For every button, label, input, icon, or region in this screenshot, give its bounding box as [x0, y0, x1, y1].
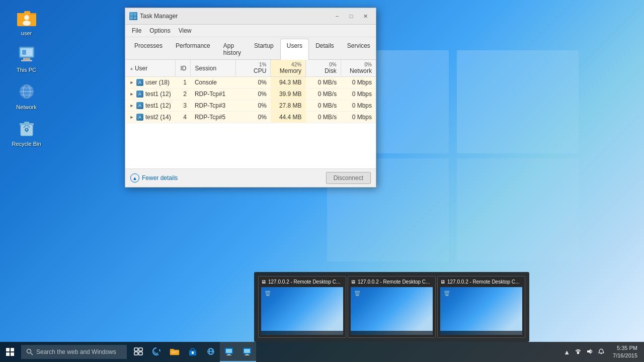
disk-cell: 0 MB/s: [306, 88, 341, 100]
titlebar: Task Manager − □ ✕: [125, 8, 376, 25]
net-percent: 0%: [345, 62, 372, 67]
task-manager-window: Task Manager − □ ✕ File Options View Pro…: [125, 8, 376, 188]
user-cell: ► A test1 (12): [125, 88, 176, 100]
menu-view[interactable]: View: [175, 26, 196, 36]
taskbar-explorer[interactable]: [166, 342, 184, 362]
cpu-percent: 1%: [240, 62, 266, 67]
svg-point-4: [24, 15, 29, 20]
table-row[interactable]: ► A user (18) 1 Console 0% 94.3 MB 0 MB/…: [125, 77, 376, 88]
desktop-icon-recycle-bin[interactable]: ♻ Recycle Bin: [8, 116, 45, 150]
network-icon: [17, 81, 37, 102]
svg-rect-49: [244, 349, 250, 353]
row-expand-arrow[interactable]: ►: [129, 103, 134, 108]
desktop-icon-this-pc[interactable]: This PC: [8, 42, 45, 76]
col-header-memory[interactable]: 42% Memory: [271, 60, 306, 77]
row-expand-arrow[interactable]: ►: [129, 92, 134, 97]
desktop-icons-container: user This PC: [8, 5, 45, 150]
cpu-cell: 0%: [236, 112, 271, 123]
recycle-bin-icon: ♻: [17, 118, 37, 138]
system-clock[interactable]: 5:35 PM 7/16/2015: [609, 344, 641, 360]
tab-processes[interactable]: Processes: [128, 39, 169, 59]
tray-volume-icon[interactable]: [585, 348, 595, 356]
preview-thumbnail-3: 🗑️: [440, 287, 522, 335]
table-row[interactable]: ► A test2 (14) 4 RDP-Tcp#5 0% 44.4 MB 0 …: [125, 112, 376, 123]
taskbar-rdp1[interactable]: [220, 342, 238, 362]
taskbar-store[interactable]: [184, 342, 202, 362]
recycle-bin-icon-label: Recycle Bin: [12, 140, 41, 147]
network-cell: 0 Mbps: [341, 100, 376, 112]
minimize-button[interactable]: −: [331, 11, 344, 21]
desktop-icon-user[interactable]: user: [8, 5, 45, 39]
disconnect-button[interactable]: Disconnect: [326, 172, 371, 184]
ie-icon: [206, 346, 216, 356]
svg-rect-51: [245, 355, 250, 355]
tab-app-history[interactable]: App history: [217, 39, 248, 59]
fewer-details-icon: ▲: [130, 173, 139, 183]
id-cell: 2: [176, 88, 191, 100]
tab-details[interactable]: Details: [309, 39, 341, 59]
user-cell: ► A user (18): [125, 77, 176, 88]
session-cell: Console: [191, 77, 236, 88]
user-icon-label: user: [21, 30, 32, 37]
col-header-cpu[interactable]: 1% CPU: [236, 60, 271, 77]
task-view-icon: [133, 346, 143, 356]
id-cell: 3: [176, 100, 191, 112]
col-header-id[interactable]: ID: [176, 60, 191, 77]
window-controls: − □ ✕: [331, 11, 372, 21]
id-cell: 4: [176, 112, 191, 123]
col-header-network[interactable]: 0% Network: [341, 60, 376, 77]
cpu-cell: 0%: [236, 100, 271, 112]
svg-rect-29: [11, 352, 14, 356]
svg-rect-50: [246, 354, 249, 355]
preview-item-2[interactable]: 🖥 127.0.0.2 - Remote Desktop C... 🗑️: [348, 276, 436, 338]
mem-percent: 42%: [275, 62, 301, 67]
col-header-disk[interactable]: 0% Disk: [306, 60, 341, 77]
tray-icons: ▲: [562, 348, 606, 356]
net-label: Network: [345, 67, 372, 74]
taskbar-task-view[interactable]: [129, 342, 147, 362]
svg-rect-54: [601, 353, 602, 354]
preview-item-3[interactable]: 🖥 127.0.0.2 - Remote Desktop C... 🗑️: [437, 276, 525, 338]
menu-file[interactable]: File: [128, 26, 145, 36]
table-empty-area: [125, 123, 376, 168]
svg-rect-25: [134, 17, 136, 19]
row-expand-arrow[interactable]: ►: [129, 115, 134, 120]
menu-options[interactable]: Options: [145, 26, 174, 36]
svg-line-31: [31, 353, 33, 355]
taskbar: Search the web and Windows: [0, 342, 644, 362]
users-table-body: ► A user (18) 1 Console 0% 94.3 MB 0 MB/…: [125, 77, 376, 123]
tab-startup[interactable]: Startup: [248, 39, 280, 59]
tab-performance[interactable]: Performance: [169, 39, 217, 59]
taskbar-tasks: [127, 342, 559, 362]
fewer-details-button[interactable]: ▲ Fewer details: [130, 173, 178, 183]
users-table: ▲ User ID Session 1% CPU: [125, 60, 376, 123]
system-tray: ▲: [559, 344, 644, 360]
start-button[interactable]: [0, 342, 20, 362]
table-row[interactable]: ► A test1 (12) 2 RDP-Tcp#1 0% 39.9 MB 0 …: [125, 88, 376, 100]
preview-item-1[interactable]: 🖥 127.0.0.2 - Remote Desktop C... 🗑️: [258, 276, 346, 338]
session-cell: RDP-Tcp#5: [191, 112, 236, 123]
tray-network-icon[interactable]: [573, 348, 583, 356]
taskbar-rdp2[interactable]: [238, 342, 256, 362]
taskbar-ie[interactable]: [202, 342, 220, 362]
maximize-button[interactable]: □: [345, 11, 358, 21]
col-header-user[interactable]: ▲ User: [125, 60, 176, 77]
row-expand-arrow[interactable]: ►: [129, 80, 134, 85]
network-cell: 0 Mbps: [341, 77, 376, 88]
col-header-session[interactable]: Session: [191, 60, 236, 77]
tab-services[interactable]: Services: [341, 39, 377, 59]
tray-notification-icon[interactable]: [596, 348, 606, 356]
table-row[interactable]: ► A test1 (12) 3 RDP-Tcp#3 0% 27.8 MB 0 …: [125, 100, 376, 112]
taskbar-edge[interactable]: [147, 342, 166, 362]
id-cell: 1: [176, 77, 191, 88]
close-button[interactable]: ✕: [359, 11, 372, 21]
rdp1-icon: [224, 346, 234, 356]
svg-rect-37: [171, 351, 178, 352]
tab-users[interactable]: Users: [280, 39, 309, 60]
svg-rect-8: [23, 58, 30, 60]
desktop-icon-network[interactable]: Network: [8, 79, 45, 113]
search-bar[interactable]: Search the web and Windows: [21, 345, 127, 359]
memory-cell: 94.3 MB: [271, 77, 306, 88]
disk-label: Disk: [310, 67, 337, 74]
tray-up-arrow[interactable]: ▲: [562, 348, 572, 356]
